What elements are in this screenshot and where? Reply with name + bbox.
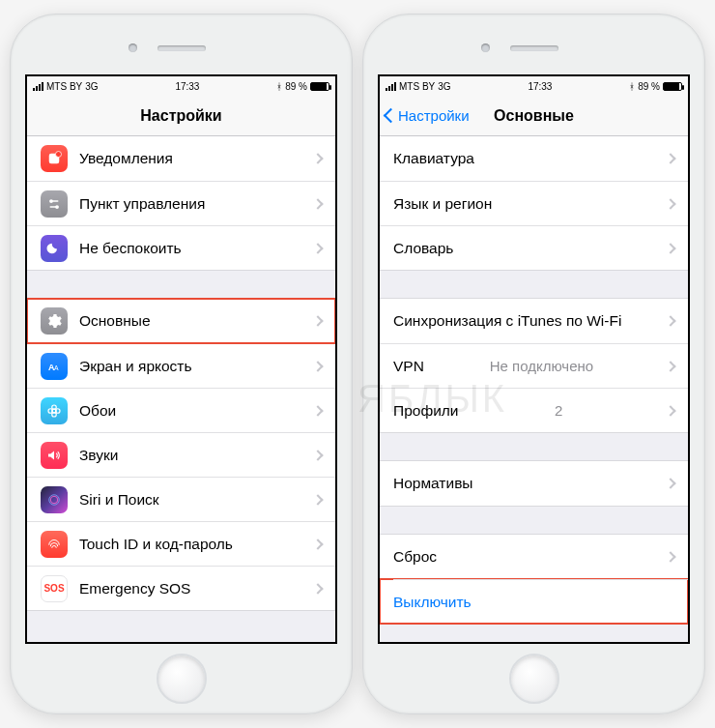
row-display[interactable]: AA Экран и яркость (27, 343, 335, 388)
row-label: Уведомления (79, 150, 173, 167)
screen-left: MTS BY 3G 17:33 ᚼ 89 % Настройки Уведомл… (25, 74, 337, 644)
chevron-right-icon (312, 315, 323, 326)
row-language-region[interactable]: Язык и регион (380, 181, 688, 225)
phone-frame-left: MTS BY 3G 17:33 ᚼ 89 % Настройки Уведомл… (10, 14, 353, 714)
svg-point-14 (50, 496, 58, 504)
general-list[interactable]: Клавиатура Язык и регион Словарь Синхрон… (380, 135, 688, 625)
row-label: Язык и регион (393, 195, 492, 213)
row-label: Siri и Поиск (79, 491, 159, 509)
row-control-center[interactable]: Пункт управления (27, 181, 335, 225)
notifications-icon (41, 145, 68, 172)
row-notifications[interactable]: Уведомления (27, 136, 335, 181)
page-title: Основные (494, 107, 574, 125)
row-label: Клавиатура (393, 150, 474, 167)
network-label: 3G (85, 81, 98, 92)
siri-icon (41, 486, 68, 513)
signal-icon (33, 82, 43, 91)
row-label: Touch ID и код-пароль (79, 536, 233, 553)
row-reset[interactable]: Сброс (380, 535, 688, 579)
row-label: Обои (79, 402, 116, 420)
chevron-right-icon (665, 153, 675, 163)
row-label: Нормативы (393, 475, 473, 492)
chevron-right-icon (312, 405, 323, 416)
chevron-right-icon (665, 198, 675, 209)
chevron-right-icon (312, 450, 323, 460)
speaker-grille (157, 45, 206, 51)
row-label: Словарь (393, 240, 453, 257)
carrier-label: MTS BY (46, 81, 82, 92)
nav-bar: Настройки (27, 96, 335, 136)
chevron-right-icon (312, 198, 323, 209)
back-label: Настройки (398, 107, 470, 124)
display-icon: AA (41, 353, 68, 380)
row-label: VPN (393, 358, 424, 375)
row-label: Не беспокоить (79, 240, 182, 257)
battery-pct: 89 % (638, 81, 660, 92)
svg-point-1 (56, 152, 62, 158)
home-button[interactable] (157, 654, 207, 704)
chevron-right-icon (665, 243, 675, 253)
chevron-right-icon (312, 153, 323, 163)
row-regulatory[interactable]: Нормативы (380, 461, 688, 506)
row-label: Экран и яркость (79, 358, 192, 375)
signal-icon (386, 82, 396, 91)
row-label: Выключить (393, 594, 472, 611)
chevron-right-icon (312, 361, 323, 371)
battery-icon (310, 82, 329, 91)
row-label: Пункт управления (79, 195, 205, 213)
chevron-left-icon (384, 108, 399, 124)
row-label: Синхронизация с iTunes по Wi-Fi (393, 312, 621, 330)
home-button[interactable] (509, 654, 559, 704)
front-camera (129, 44, 137, 52)
battery-pct: 89 % (285, 81, 307, 92)
status-bar: MTS BY 3G 17:33 ᚼ 89 % (380, 76, 688, 96)
row-profiles[interactable]: Профили 2 (380, 388, 688, 432)
nav-bar: Настройки Основные (380, 96, 688, 136)
row-keyboard[interactable]: Клавиатура (380, 136, 688, 181)
chevron-right-icon (312, 243, 323, 253)
chevron-right-icon (665, 315, 675, 326)
screen-right: MTS BY 3G 17:33 ᚼ 89 % Настройки Основны… (378, 74, 690, 644)
chevron-right-icon (665, 361, 675, 371)
chevron-right-icon (665, 405, 675, 416)
row-touchid[interactable]: Touch ID и код-пароль (27, 521, 335, 566)
status-bar: MTS BY 3G 17:33 ᚼ 89 % (27, 76, 335, 96)
row-label: Профили (393, 402, 459, 420)
chevron-right-icon (312, 583, 323, 594)
row-sos[interactable]: SOS Emergency SOS (27, 566, 335, 610)
row-value: 2 (555, 402, 570, 419)
row-general[interactable]: Основные (27, 299, 335, 343)
svg-text:A: A (54, 364, 59, 370)
svg-rect-5 (50, 206, 59, 208)
chevron-right-icon (312, 539, 323, 549)
row-value: Не подключено (490, 358, 601, 374)
chevron-right-icon (665, 478, 675, 488)
page-title: Настройки (140, 107, 221, 125)
status-time: 17:33 (175, 81, 199, 92)
phone-frame-right: MTS BY 3G 17:33 ᚼ 89 % Настройки Основны… (362, 14, 705, 714)
row-shut-down[interactable]: Выключить (380, 579, 688, 624)
battery-icon (663, 82, 682, 91)
row-siri[interactable]: Siri и Поиск (27, 477, 335, 521)
row-wallpaper[interactable]: Обои (27, 388, 335, 432)
row-itunes-wifi-sync[interactable]: Синхронизация с iTunes по Wi-Fi (380, 299, 688, 343)
network-label: 3G (438, 81, 450, 92)
speaker-grille (510, 45, 558, 51)
carrier-label: MTS BY (399, 81, 435, 92)
back-button[interactable]: Настройки (386, 107, 470, 124)
row-label: Сброс (393, 548, 437, 566)
settings-list[interactable]: Уведомления Пункт управления Не беспокои… (27, 135, 335, 611)
front-camera (481, 44, 490, 52)
chevron-right-icon (665, 551, 675, 562)
wallpaper-icon (41, 397, 68, 424)
row-dnd[interactable]: Не беспокоить (27, 225, 335, 270)
svg-rect-4 (50, 200, 59, 202)
sos-icon: SOS (41, 575, 68, 602)
dnd-icon (41, 235, 68, 262)
row-sounds[interactable]: Звуки (27, 432, 335, 477)
status-time: 17:33 (528, 81, 552, 92)
row-dictionary[interactable]: Словарь (380, 225, 688, 270)
row-vpn[interactable]: VPN Не подключено (380, 343, 688, 388)
row-label: Звуки (79, 447, 118, 464)
row-label: Emergency SOS (79, 580, 190, 597)
